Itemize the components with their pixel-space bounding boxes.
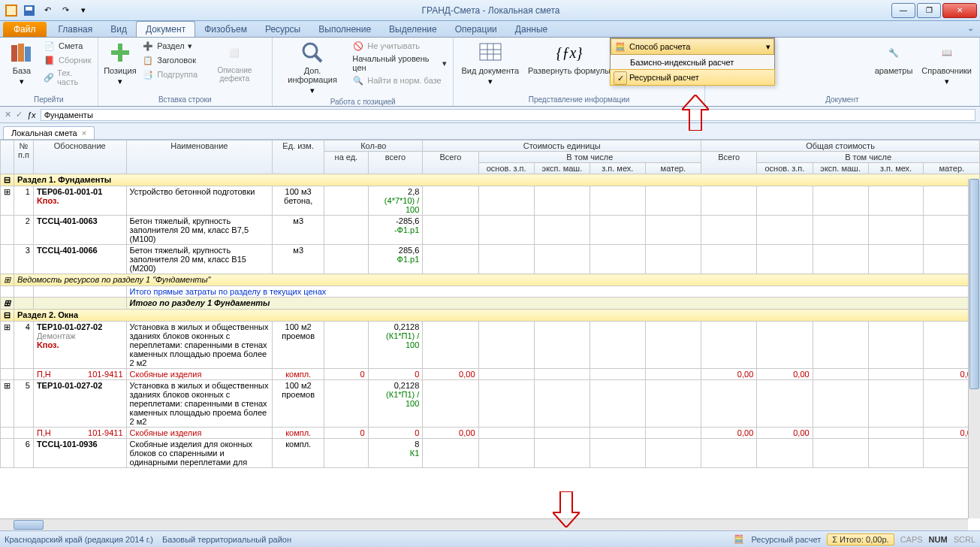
minimize-button[interactable]: — bbox=[891, 3, 915, 18]
position-button[interactable]: Позиция ▾ bbox=[103, 39, 138, 88]
quick-access-toolbar: ↶ ↷ ▾ bbox=[3, 2, 92, 19]
doc-icon: 📄 bbox=[44, 40, 56, 52]
table-icon bbox=[478, 41, 502, 65]
chevron-down-icon: ▾ bbox=[20, 77, 24, 86]
table-row[interactable]: ⊞4 ТЕР10-01-027-02ДемонтажKпоз. Установк… bbox=[1, 322, 980, 369]
maximize-button[interactable]: ❐ bbox=[917, 3, 941, 18]
svg-line-10 bbox=[315, 56, 321, 62]
estimate-grid[interactable]: № п.п Обоснование Наименование Ед. изм. … bbox=[0, 140, 980, 468]
group-icon: 📑 bbox=[142, 68, 154, 80]
sbornik-button[interactable]: 📕Сборник bbox=[42, 53, 93, 67]
formula-input[interactable] bbox=[41, 109, 975, 121]
razdel-button[interactable]: ➕Раздел ▾ bbox=[140, 39, 199, 53]
status-region: Краснодарский край (редакция 2014 г.) bbox=[5, 535, 153, 544]
section-row[interactable]: ⊟Раздел 2. Окна bbox=[1, 310, 980, 322]
resource-summary-row[interactable]: ⊞Ведомость ресурсов по разделу 1 "Фундам… bbox=[1, 274, 980, 286]
svg-rect-8 bbox=[111, 50, 129, 55]
accept-icon[interactable]: ✓ bbox=[16, 110, 23, 119]
calc-icon: 🧮 bbox=[614, 41, 626, 53]
chevron-down-icon: ▾ bbox=[488, 77, 493, 86]
vertical-scrollbar[interactable] bbox=[968, 179, 980, 518]
viddoc-button[interactable]: Вид документа ▾ bbox=[458, 39, 522, 88]
save-icon[interactable] bbox=[21, 2, 38, 19]
section-total-row[interactable]: ⊞Итого по разделу 1 Фундаменты bbox=[1, 298, 980, 310]
heading-icon: 📋 bbox=[142, 54, 154, 66]
tech-button[interactable]: 🔗Тех. часть bbox=[42, 68, 93, 87]
calc-status-icon: 🧮 bbox=[733, 533, 745, 545]
status-bar: Краснодарский край (редакция 2014 г.) Ба… bbox=[0, 530, 980, 547]
smeta-button[interactable]: 📄Смета bbox=[42, 39, 93, 53]
books-icon bbox=[10, 41, 34, 65]
tab-view[interactable]: Вид bbox=[101, 22, 136, 37]
plus-small-icon: ➕ bbox=[142, 40, 154, 52]
table-row[interactable]: 3 ТССЦ-401-0066 Бетон тяжелый, крупность… bbox=[1, 245, 980, 274]
cancel-icon[interactable]: ✕ bbox=[5, 110, 11, 119]
status-calc[interactable]: Ресурсный расчет bbox=[751, 535, 821, 544]
svg-point-9 bbox=[303, 44, 317, 57]
podgruppa-button[interactable]: 📑Подгруппа bbox=[140, 68, 199, 81]
chevron-down-icon: ▾ bbox=[945, 77, 949, 86]
svg-rect-5 bbox=[18, 44, 24, 62]
fx-icon: {ƒx} bbox=[557, 41, 581, 65]
calc-option-resource[interactable]: ✓Ресурсный расчет bbox=[610, 69, 775, 86]
subtotal-row[interactable]: Итого прямые затраты по разделу в текущи… bbox=[1, 286, 980, 298]
svg-marker-16 bbox=[682, 95, 709, 131]
tab-document[interactable]: Документ bbox=[136, 21, 195, 37]
calc-method-button[interactable]: 🧮Способ расчета ▾ bbox=[611, 38, 774, 55]
check-icon: ✓ bbox=[614, 71, 627, 85]
tab-main[interactable]: Главная bbox=[50, 22, 102, 37]
svg-rect-6 bbox=[25, 47, 31, 62]
close-tab-icon[interactable]: × bbox=[82, 128, 86, 138]
section-row[interactable]: ⊟Раздел 1. Фундаменты bbox=[1, 174, 980, 186]
table-row[interactable]: 6 ТССЦ-101-0936 Скобяные изделия для око… bbox=[1, 439, 980, 468]
scrl-indicator: SCRL bbox=[954, 535, 975, 544]
document-tab[interactable]: Локальная смета × bbox=[3, 126, 95, 139]
status-sum[interactable]: Σ Итого: 0,00р. bbox=[827, 533, 894, 545]
tab-resources[interactable]: Ресурсы bbox=[256, 22, 309, 37]
defect-icon: ⬜ bbox=[222, 41, 246, 65]
undo-icon[interactable]: ↶ bbox=[39, 2, 56, 19]
app-icon[interactable] bbox=[3, 2, 20, 19]
base-button[interactable]: База ▾ bbox=[5, 39, 39, 88]
dopinfo-button[interactable]: Доп. информация ▾ bbox=[277, 39, 348, 97]
nachur-button[interactable]: Начальный уровень цен ▾ bbox=[351, 53, 448, 73]
qat-dropdown-icon[interactable]: ▾ bbox=[75, 2, 92, 19]
annotation-arrow-down bbox=[553, 491, 580, 527]
table-row[interactable]: П,Н 101-9411 Скобяные изделия компл. 00 … bbox=[1, 369, 980, 380]
table-row[interactable]: ⊞1 ТЕР06-01-001-01Kпоз. Устройство бетон… bbox=[1, 186, 980, 216]
params-button[interactable]: 🔧 араметры bbox=[872, 39, 916, 77]
naiti-button[interactable]: 🔍Найти в норм. базе bbox=[351, 74, 448, 87]
svg-rect-4 bbox=[11, 45, 17, 62]
titlebar: ↶ ↷ ▾ ГРАНД-Смета - Локальная смета — ❐ … bbox=[0, 0, 980, 21]
tab-data[interactable]: Данные bbox=[506, 22, 556, 37]
fx-label: ƒx bbox=[27, 110, 36, 119]
redo-icon[interactable]: ↷ bbox=[57, 2, 74, 19]
calc-method-dropdown: 🧮Способ расчета ▾ Базисно-индексный расч… bbox=[610, 38, 775, 86]
table-row[interactable]: 2 ТССЦ-401-0063 Бетон тяжелый, крупность… bbox=[1, 216, 980, 245]
table-row[interactable]: П,Н 101-9411 Скобяные изделия компл. 00 … bbox=[1, 428, 980, 439]
zagolovok-button[interactable]: 📋Заголовок bbox=[140, 53, 199, 67]
tab-selection[interactable]: Выделение bbox=[380, 22, 446, 37]
tab-operations[interactable]: Операции bbox=[446, 22, 506, 37]
chevron-down-icon: ▾ bbox=[118, 77, 122, 86]
horizontal-scrollbar[interactable] bbox=[0, 518, 968, 530]
noentry-icon: 🚫 bbox=[352, 40, 364, 52]
grid-area: № п.п Обоснование Наименование Ед. изм. … bbox=[0, 140, 980, 530]
svg-rect-11 bbox=[480, 44, 501, 60]
tab-vypolnenie[interactable]: Выполнение bbox=[309, 22, 380, 37]
opis-button[interactable]: ⬜ Описание дефекта bbox=[202, 39, 267, 84]
calc-option-basis[interactable]: Базисно-индексный расчет bbox=[611, 55, 774, 70]
file-tab[interactable]: Файл bbox=[3, 22, 47, 37]
ribbon-collapse-icon[interactable]: ⌄ bbox=[967, 23, 974, 33]
ribbon-tabs: Файл Главная Вид Документ Физобъем Ресур… bbox=[0, 21, 980, 38]
tab-fizobem[interactable]: Физобъем bbox=[195, 22, 256, 37]
razv-button[interactable]: {ƒx} Развернуть формулы bbox=[525, 39, 614, 77]
formula-bar: ✕ ✓ ƒx bbox=[0, 107, 980, 123]
neuch-button[interactable]: 🚫Не учитывать bbox=[351, 39, 448, 53]
close-button[interactable]: ✕ bbox=[942, 3, 977, 18]
window-title: ГРАНД-Смета - Локальная смета bbox=[92, 5, 890, 16]
sprav-button[interactable]: 📖 Справочники ▾ bbox=[918, 39, 975, 88]
annotation-arrow-up bbox=[682, 95, 709, 131]
table-row[interactable]: ⊞5 ТЕР10-01-027-02 Установка в жилых и о… bbox=[1, 380, 980, 428]
caps-indicator: CAPS bbox=[900, 535, 923, 544]
